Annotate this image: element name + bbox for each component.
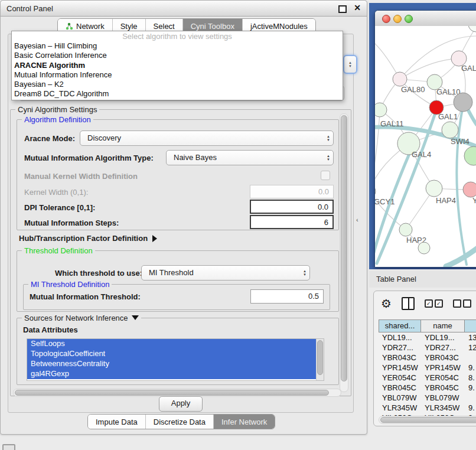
close-icon[interactable]: ✕ — [354, 3, 361, 12]
node-label: HAP4 — [436, 196, 456, 205]
network-node[interactable] — [454, 93, 472, 112]
network-node-gal80[interactable] — [393, 72, 407, 86]
table-row[interactable]: YPR145WYPR145W9. — [379, 363, 476, 373]
combo-stepper-icon[interactable]: ▲▼ — [343, 55, 357, 74]
bottom-tab-impute-data[interactable]: Impute Data — [88, 415, 145, 429]
network-node-hap4[interactable] — [426, 180, 442, 197]
deselect-all-icon[interactable] — [453, 299, 471, 308]
table-cell: 13 — [465, 332, 476, 343]
column-header-clipped[interactable] — [465, 319, 476, 332]
network-node[interactable] — [418, 242, 430, 254]
network-node-y[interactable] — [463, 182, 476, 197]
kernel-width-field[interactable]: 0.0 — [250, 185, 334, 198]
table-row[interactable]: YBL079WYBL079W — [379, 393, 476, 403]
attr-items: SelfLoopsTopologicalCoefficientBetweenne… — [27, 339, 324, 379]
expand-arrow-icon[interactable] — [152, 235, 157, 242]
node-label: GAL — [461, 64, 476, 73]
mi-threshold-field[interactable]: 0.5 — [250, 289, 324, 304]
mac-close-icon[interactable] — [382, 15, 390, 23]
mi-steps-field[interactable]: 6 — [250, 215, 334, 229]
data-attributes-label: Data Attributes — [23, 325, 78, 334]
attribute-list-item[interactable]: TopologicalCoefficient — [27, 349, 324, 359]
control-panel-window: Control Panel ✕ NetworkStyleSelectCyni T… — [0, 0, 367, 435]
table-cell: YDR27... — [421, 343, 465, 353]
hub-tf-definition-row[interactable]: Hub/Transcription Factor Definition — [19, 234, 157, 243]
table-row[interactable]: YBR045CYBR045C9. — [379, 383, 476, 393]
combo-stepper-icon: ▲▼ — [327, 152, 330, 161]
dropdown-prompt: Select algorithm to view settings — [12, 31, 343, 41]
attribute-list-item[interactable]: BetweennessCentrality — [27, 359, 324, 369]
dropdown-item[interactable]: Dream8 DC_TDC Algorithm — [12, 89, 343, 99]
network-node-hap2[interactable] — [399, 223, 412, 236]
network-icon — [66, 22, 73, 30]
combo-stepper-icon: ▲▼ — [327, 133, 330, 142]
attribute-list-item[interactable]: SelfLoops — [27, 339, 324, 349]
select-all-icon[interactable]: ✓✓ — [425, 299, 443, 308]
settings-horizontal-scrollbar[interactable] — [13, 389, 341, 397]
float-window-icon[interactable] — [338, 5, 347, 13]
dpi-tolerance-label: DPI Tolerance [0,1]: — [24, 203, 95, 212]
table-row[interactable]: YDR27...YDR27...12 — [379, 343, 476, 353]
table-row[interactable]: YER054CYER054C8. — [379, 373, 476, 383]
network-view-window[interactable]: GALGAL80GAL10GAL1GAL11SWI4GAL4GCY1HAP4YH… — [374, 10, 476, 268]
table-cell: YDR27... — [379, 343, 421, 353]
network-edge — [375, 151, 410, 263]
mac-minimize-icon[interactable] — [393, 15, 402, 23]
aracne-mode-label: Aracne Mode: — [24, 134, 75, 143]
dropdown-item[interactable]: Bayesian – K2 — [12, 80, 343, 89]
network-node-gcy1[interactable] — [375, 185, 376, 198]
network-node[interactable] — [468, 26, 476, 32]
node-label: GAL80 — [401, 85, 425, 94]
network-node-swi4[interactable] — [442, 122, 458, 138]
aracne-mode-combo[interactable]: Discovery ▲▼ — [80, 131, 334, 146]
threshold-definition-group: Threshold Definition Which threshold to … — [17, 250, 339, 312]
list-vertical-scrollbar[interactable] — [316, 339, 324, 380]
column-header-shared...[interactable]: shared... — [379, 319, 421, 332]
collapse-arrow-icon[interactable] — [132, 315, 139, 320]
dpi-tolerance-field[interactable]: 0.0 — [250, 200, 334, 214]
control-panel-titlebar: Control Panel ✕ — [1, 1, 367, 17]
table-cell — [465, 353, 476, 363]
dropdown-item[interactable]: ARACNE Algorithm — [12, 61, 343, 70]
apply-button[interactable]: Apply — [159, 396, 203, 412]
table-horizontal-scrollbar[interactable] — [379, 416, 476, 424]
scrollbar-thumb[interactable] — [380, 417, 476, 423]
scrollbar-thumb[interactable] — [317, 340, 323, 375]
mac-zoom-icon[interactable] — [405, 15, 413, 23]
table-cell: 12 — [465, 343, 476, 353]
table-row[interactable]: YDL19...YDL19...13 — [379, 332, 476, 343]
table-cell: 9. — [465, 383, 476, 393]
collapsed-panel-grip[interactable] — [2, 444, 15, 450]
network-node-gal11[interactable] — [375, 103, 387, 117]
network-canvas[interactable]: GALGAL80GAL10GAL1GAL11SWI4GAL4GCY1HAP4YH… — [375, 26, 476, 267]
bottom-tab-infer-network[interactable]: Infer Network — [213, 415, 275, 429]
network-edge — [400, 58, 459, 79]
table-cell: YLR345W — [421, 403, 465, 413]
network-node[interactable] — [464, 146, 476, 165]
which-threshold-combo[interactable]: MI Threshold ▲▼ — [141, 265, 310, 281]
scrollbar-thumb[interactable] — [341, 115, 347, 381]
checked-box-icon: ✓ — [425, 299, 433, 308]
data-attributes-list[interactable]: SelfLoopsTopologicalCoefficientBetweenne… — [27, 338, 324, 381]
dropdown-item[interactable]: Mutual Information Inference — [12, 70, 343, 80]
table-cell: YER054C — [421, 373, 465, 383]
split-pane-collapse-icon[interactable]: ‹ — [356, 216, 358, 223]
table-cell: YBR043C — [421, 353, 465, 363]
scrollbar-thumb[interactable] — [15, 390, 329, 396]
bottom-tab-discretize-data[interactable]: Discretize Data — [145, 415, 213, 429]
attribute-list-item[interactable]: gal4RGexp — [27, 369, 324, 379]
table-row[interactable]: YBR043CYBR043C — [379, 353, 476, 363]
table-row[interactable]: YLR345WYLR345W9. — [379, 403, 476, 413]
column-header-name[interactable]: name — [421, 319, 465, 332]
mi-algorithm-type-combo[interactable]: Naive Bayes ▲▼ — [166, 150, 334, 165]
split-columns-icon[interactable] — [402, 297, 415, 310]
dropdown-item[interactable]: Bayesian – Hill Climbing — [12, 41, 343, 51]
manual-kernel-checkbox[interactable] — [321, 171, 330, 180]
node-label: Y — [472, 196, 476, 205]
dropdown-item[interactable]: Basic Correlation Inference — [12, 51, 343, 60]
gear-icon[interactable]: ⚙ — [381, 298, 392, 309]
sources-group-title[interactable]: Sources for Network Inference — [22, 314, 141, 322]
which-threshold-value: MI Threshold — [149, 268, 194, 277]
settings-vertical-scrollbar[interactable] — [340, 113, 348, 392]
kernel-width-label: Kernel Width (0,1): — [24, 188, 88, 197]
